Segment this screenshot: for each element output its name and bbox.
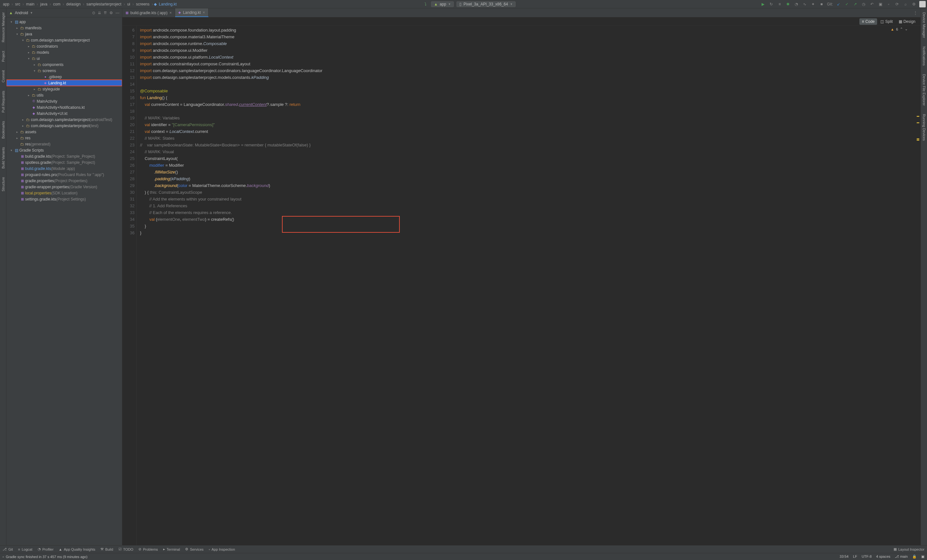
tree-item[interactable]: ▸🗀manifests — [6, 25, 122, 31]
rail-tab[interactable]: Notifications — [922, 45, 926, 67]
rail-tab[interactable]: Build Variants — [1, 146, 5, 170]
chevron-icon[interactable]: ▾ — [32, 69, 37, 73]
bottom-tab[interactable]: ⎇Git — [3, 547, 13, 551]
gear-icon[interactable]: ⚙ — [109, 11, 113, 15]
tree-item[interactable]: ◆MainActivity+Notifications.kt — [6, 104, 122, 111]
tree-item[interactable]: ◆MainActivity+UI.kt — [6, 111, 122, 117]
chevron-icon[interactable]: ▸ — [21, 118, 25, 121]
chevron-icon[interactable]: ▸ — [15, 26, 19, 30]
chevron-icon[interactable]: ▾ — [21, 39, 25, 42]
tree-item[interactable]: ▦build.gradle.kts (Project: Sample_Proje… — [6, 153, 122, 159]
chevron-icon[interactable]: ▾ — [9, 20, 14, 23]
debug-icon[interactable]: ✱ — [785, 1, 791, 7]
chevron-icon[interactable]: ▾ — [26, 57, 31, 60]
tab-overflow-icon[interactable]: ⋮ — [910, 8, 921, 17]
chevron-icon[interactable]: ▸ — [26, 45, 31, 48]
chevron-icon[interactable]: ▸ — [32, 88, 37, 91]
encoding[interactable]: UTF-8 — [862, 554, 872, 559]
breadcrumb-item[interactable]: app — [1, 2, 11, 6]
rail-tab[interactable]: Running Devices — [922, 113, 926, 142]
coverage-icon[interactable]: ∿ — [802, 1, 808, 7]
git-branch[interactable]: ⎇ main — [895, 554, 908, 559]
rail-tab[interactable]: Project — [1, 50, 5, 63]
tree-item[interactable]: ●.gitkeep — [6, 74, 122, 80]
minimize-icon[interactable]: — — [115, 11, 119, 15]
history-icon[interactable]: ◷ — [861, 1, 866, 7]
breadcrumb-item[interactable]: src — [14, 2, 22, 6]
tree-item[interactable]: ▦build.gradle.kts (Module :app) — [6, 165, 122, 171]
flash-icon[interactable]: ≡ — [777, 1, 783, 7]
bottom-tab[interactable]: ▲App Quality Insights — [59, 548, 95, 551]
tree-item[interactable]: ▸🗀models — [6, 49, 122, 55]
chevron-icon[interactable]: ▾ — [15, 32, 19, 36]
editor-tab[interactable]: ▦build.gradle.kts (:app)× — [122, 8, 175, 17]
tree-item[interactable]: ▸🗀coordinators — [6, 43, 122, 49]
chevron-up-icon[interactable]: ⌃ — [900, 27, 903, 31]
inspection-badge[interactable]: ▲ 6 ⌃ ⌄ — [891, 27, 908, 31]
bottom-tab[interactable]: ▦Layout Inspector — [894, 547, 924, 551]
lock-icon[interactable]: 🔒 — [912, 554, 917, 559]
code-content[interactable]: import androidx.compose.foundation.layou… — [137, 26, 921, 545]
attach-icon[interactable]: ✦ — [810, 1, 816, 7]
rail-tab[interactable]: Pull Requests — [1, 90, 5, 114]
push-icon[interactable]: ↗ — [853, 1, 858, 7]
bottom-tab[interactable]: ◔Profiler — [38, 547, 54, 551]
overlay-icon[interactable]: ▣ — [921, 554, 924, 559]
tree-item[interactable]: ▸🗀res — [6, 135, 122, 141]
tree-item[interactable]: ▾▤app — [6, 19, 122, 25]
tree-item[interactable]: ▦proguard-rules.pro (ProGuard Rules for … — [6, 171, 122, 178]
tree-item[interactable]: ▦spotless.gradle (Project: Sample_Projec… — [6, 159, 122, 165]
breadcrumb-item[interactable]: delasign — [65, 2, 82, 6]
bottom-tab[interactable]: ⚙Services — [185, 547, 204, 551]
tree-item[interactable]: ▦settings.gradle.kts (Project Settings) — [6, 196, 122, 202]
tree-item[interactable]: ◆Landing.kt — [6, 80, 122, 86]
tree-item[interactable]: 🗀res (generated) — [6, 141, 122, 147]
undo-icon[interactable]: ↶ — [869, 1, 875, 7]
chevron-icon[interactable]: ▸ — [15, 137, 19, 140]
chevron-down-icon[interactable]: ⌄ — [905, 27, 908, 31]
rail-tab[interactable]: Device File Explorer — [922, 73, 926, 107]
cursor-position[interactable]: 33:54 — [840, 554, 849, 559]
avatar[interactable] — [919, 1, 926, 8]
breadcrumb-item[interactable]: java — [39, 2, 49, 6]
close-icon[interactable]: × — [169, 11, 172, 15]
bottom-tab[interactable]: ☑TODO — [119, 547, 134, 551]
collapse-icon[interactable]: ⇊ — [98, 11, 101, 15]
code-editor[interactable]: ▲ 6 ⌃ ⌄ 67891011121314151617181920212223… — [122, 26, 921, 545]
line-separator[interactable]: LF — [853, 554, 857, 559]
breadcrumb-item[interactable]: ui — [126, 2, 132, 6]
editor-tab[interactable]: ◆Landing.kt× — [175, 8, 208, 17]
sdk-icon[interactable]: ▫ — [886, 1, 892, 7]
tree-item[interactable]: ▸🗀assets — [6, 129, 122, 135]
rail-tab[interactable]: Resource Manager — [1, 11, 5, 44]
run-config-selector[interactable]: ▲ app ▼ — [431, 1, 454, 7]
rail-tab[interactable]: Bookmarks — [1, 120, 5, 140]
bottom-tab[interactable]: ⚒Build — [100, 547, 113, 551]
tree-item[interactable]: ▸🗀components — [6, 61, 122, 68]
sidebar-title[interactable]: Android — [15, 11, 28, 15]
close-icon[interactable]: × — [203, 10, 205, 15]
view-mode-design[interactable]: ▦Design — [896, 18, 918, 25]
chevron-icon[interactable]: ▾ — [9, 149, 14, 152]
run-icon[interactable]: ▶ — [760, 1, 766, 7]
view-mode-code[interactable]: ≡Code — [859, 18, 877, 25]
tree-item[interactable]: ▾🗀java — [6, 31, 122, 37]
tree-item[interactable]: ▾🗀screens — [6, 68, 122, 74]
breadcrumb-item[interactable]: com — [52, 2, 62, 6]
expand-icon[interactable]: ⇈ — [103, 11, 107, 15]
rail-tab[interactable]: Structure — [1, 176, 5, 193]
tree-item[interactable]: ©MainActivity — [6, 98, 122, 104]
tree-item[interactable]: ▦gradle-wrapper.properties (Gradle Versi… — [6, 184, 122, 190]
search-icon[interactable]: ⌕ — [903, 1, 908, 7]
settings-icon[interactable]: ⚙ — [911, 1, 917, 7]
target-icon[interactable]: ⊙ — [92, 11, 95, 15]
breadcrumb-file[interactable]: Landing.kt — [157, 2, 178, 6]
sync-icon[interactable]: ⤵ — [422, 1, 429, 7]
tree-item[interactable]: ▦local.properties (SDK Location) — [6, 190, 122, 196]
bottom-tab[interactable]: ▸Terminal — [163, 547, 180, 551]
breadcrumb-item[interactable]: samplestarterproject — [85, 2, 123, 6]
tree-item[interactable]: ▸🗀com.delasign.samplestarterproject (tes… — [6, 123, 122, 129]
pull-icon[interactable]: ↙ — [836, 1, 841, 7]
rail-tab[interactable]: Commit — [1, 69, 5, 83]
bottom-tab[interactable]: ▫App Inspection — [208, 548, 235, 551]
